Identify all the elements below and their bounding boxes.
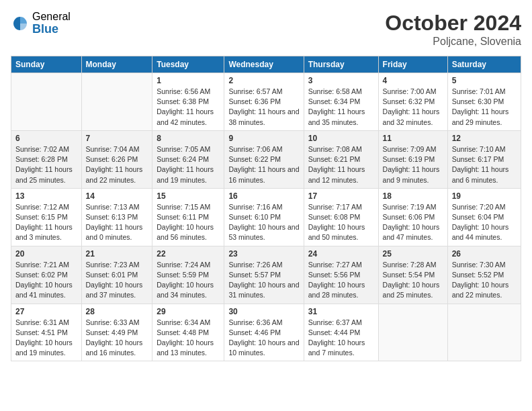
- col-header-monday: Monday: [81, 56, 152, 73]
- day-number: 12: [452, 134, 517, 143]
- day-number: 23: [228, 249, 299, 259]
- day-info: Sunrise: 7:27 AMSunset: 5:56 PMDaylight:…: [308, 260, 374, 301]
- day-info: Sunrise: 6:36 AMSunset: 4:46 PMDaylight:…: [228, 318, 299, 359]
- day-cell: 29Sunrise: 6:34 AMSunset: 4:48 PMDayligh…: [152, 304, 224, 361]
- day-info: Sunrise: 7:20 AMSunset: 6:04 PMDaylight:…: [452, 202, 517, 243]
- day-cell: 27Sunrise: 6:31 AMSunset: 4:51 PMDayligh…: [11, 304, 82, 361]
- logo: General Blue: [11, 11, 71, 36]
- day-number: 25: [383, 249, 443, 259]
- col-header-tuesday: Tuesday: [152, 56, 224, 73]
- day-info: Sunrise: 7:26 AMSunset: 5:57 PMDaylight:…: [228, 260, 299, 301]
- day-cell: 28Sunrise: 6:33 AMSunset: 4:49 PMDayligh…: [81, 304, 152, 361]
- day-number: 10: [308, 134, 374, 143]
- day-info: Sunrise: 7:02 AMSunset: 6:28 PMDaylight:…: [15, 144, 77, 185]
- day-number: 5: [452, 76, 517, 85]
- day-number: 28: [86, 307, 148, 316]
- day-number: 26: [452, 249, 517, 259]
- day-number: 1: [157, 76, 220, 85]
- day-info: Sunrise: 7:17 AMSunset: 6:08 PMDaylight:…: [308, 202, 374, 243]
- day-number: 16: [228, 191, 299, 201]
- day-cell: [81, 73, 152, 131]
- day-info: Sunrise: 6:31 AMSunset: 4:51 PMDaylight:…: [15, 318, 77, 359]
- day-number: 31: [308, 307, 374, 316]
- day-info: Sunrise: 7:15 AMSunset: 6:11 PMDaylight:…: [157, 202, 220, 243]
- day-number: 7: [86, 134, 148, 143]
- day-info: Sunrise: 7:00 AMSunset: 6:32 PMDaylight:…: [383, 87, 443, 128]
- header-row: SundayMondayTuesdayWednesdayThursdayFrid…: [11, 56, 521, 73]
- calendar-table: SundayMondayTuesdayWednesdayThursdayFrid…: [11, 56, 521, 361]
- day-cell: 13Sunrise: 7:12 AMSunset: 6:15 PMDayligh…: [11, 188, 82, 246]
- day-number: 17: [308, 191, 374, 201]
- day-info: Sunrise: 7:08 AMSunset: 6:21 PMDaylight:…: [308, 144, 374, 185]
- title-block: October 2024 Poljcane, Slovenia: [385, 11, 521, 48]
- day-info: Sunrise: 7:30 AMSunset: 5:52 PMDaylight:…: [452, 260, 517, 301]
- day-cell: 11Sunrise: 7:09 AMSunset: 6:19 PMDayligh…: [378, 130, 447, 188]
- day-cell: [447, 304, 521, 361]
- day-cell: 9Sunrise: 7:06 AMSunset: 6:22 PMDaylight…: [224, 130, 304, 188]
- day-cell: [378, 304, 447, 361]
- day-info: Sunrise: 7:21 AMSunset: 6:02 PMDaylight:…: [15, 260, 77, 301]
- col-header-wednesday: Wednesday: [224, 56, 304, 73]
- day-cell: 16Sunrise: 7:16 AMSunset: 6:10 PMDayligh…: [224, 188, 304, 246]
- day-info: Sunrise: 7:12 AMSunset: 6:15 PMDaylight:…: [15, 202, 77, 243]
- week-row-2: 6Sunrise: 7:02 AMSunset: 6:28 PMDaylight…: [11, 130, 521, 188]
- day-info: Sunrise: 6:33 AMSunset: 4:49 PMDaylight:…: [86, 318, 148, 359]
- day-cell: 10Sunrise: 7:08 AMSunset: 6:21 PMDayligh…: [304, 130, 378, 188]
- day-number: 24: [308, 249, 374, 259]
- day-cell: 3Sunrise: 6:58 AMSunset: 6:34 PMDaylight…: [304, 73, 378, 131]
- week-row-3: 13Sunrise: 7:12 AMSunset: 6:15 PMDayligh…: [11, 188, 521, 246]
- day-info: Sunrise: 7:16 AMSunset: 6:10 PMDaylight:…: [228, 202, 299, 243]
- col-header-saturday: Saturday: [447, 56, 521, 73]
- day-info: Sunrise: 7:01 AMSunset: 6:30 PMDaylight:…: [452, 87, 517, 128]
- day-cell: 23Sunrise: 7:26 AMSunset: 5:57 PMDayligh…: [224, 246, 304, 304]
- week-row-5: 27Sunrise: 6:31 AMSunset: 4:51 PMDayligh…: [11, 304, 521, 361]
- day-number: 21: [86, 249, 148, 259]
- day-cell: 2Sunrise: 6:57 AMSunset: 6:36 PMDaylight…: [224, 73, 304, 131]
- day-info: Sunrise: 6:57 AMSunset: 6:36 PMDaylight:…: [228, 87, 299, 128]
- col-header-thursday: Thursday: [304, 56, 378, 73]
- day-cell: 21Sunrise: 7:23 AMSunset: 6:01 PMDayligh…: [81, 246, 152, 304]
- day-number: 30: [228, 307, 299, 316]
- day-cell: 20Sunrise: 7:21 AMSunset: 6:02 PMDayligh…: [11, 246, 82, 304]
- day-cell: 4Sunrise: 7:00 AMSunset: 6:32 PMDaylight…: [378, 73, 447, 131]
- day-info: Sunrise: 7:13 AMSunset: 6:13 PMDaylight:…: [86, 202, 148, 243]
- day-number: 20: [15, 249, 77, 259]
- week-row-4: 20Sunrise: 7:21 AMSunset: 6:02 PMDayligh…: [11, 246, 521, 304]
- day-cell: 25Sunrise: 7:28 AMSunset: 5:54 PMDayligh…: [378, 246, 447, 304]
- day-cell: 14Sunrise: 7:13 AMSunset: 6:13 PMDayligh…: [81, 188, 152, 246]
- day-info: Sunrise: 7:19 AMSunset: 6:06 PMDaylight:…: [383, 202, 443, 243]
- day-cell: 22Sunrise: 7:24 AMSunset: 5:59 PMDayligh…: [152, 246, 224, 304]
- day-info: Sunrise: 7:06 AMSunset: 6:22 PMDaylight:…: [228, 144, 299, 185]
- day-cell: 7Sunrise: 7:04 AMSunset: 6:26 PMDaylight…: [81, 130, 152, 188]
- day-cell: 8Sunrise: 7:05 AMSunset: 6:24 PMDaylight…: [152, 130, 224, 188]
- logo-text: General Blue: [32, 11, 71, 36]
- day-number: 22: [157, 249, 220, 259]
- day-number: 29: [157, 307, 220, 316]
- day-cell: 31Sunrise: 6:37 AMSunset: 4:44 PMDayligh…: [304, 304, 378, 361]
- day-info: Sunrise: 6:34 AMSunset: 4:48 PMDaylight:…: [157, 318, 220, 359]
- day-number: 11: [383, 134, 443, 143]
- day-number: 9: [228, 134, 299, 143]
- logo-general: General: [32, 11, 71, 23]
- day-info: Sunrise: 7:04 AMSunset: 6:26 PMDaylight:…: [86, 144, 148, 185]
- day-info: Sunrise: 7:23 AMSunset: 6:01 PMDaylight:…: [86, 260, 148, 301]
- day-cell: [11, 73, 82, 131]
- day-info: Sunrise: 7:24 AMSunset: 5:59 PMDaylight:…: [157, 260, 220, 301]
- day-number: 6: [15, 134, 77, 143]
- day-cell: 1Sunrise: 6:56 AMSunset: 6:38 PMDaylight…: [152, 73, 224, 131]
- day-cell: 18Sunrise: 7:19 AMSunset: 6:06 PMDayligh…: [378, 188, 447, 246]
- day-info: Sunrise: 6:37 AMSunset: 4:44 PMDaylight:…: [308, 318, 374, 359]
- day-number: 18: [383, 191, 443, 201]
- month-year: October 2024: [385, 11, 521, 36]
- day-cell: 15Sunrise: 7:15 AMSunset: 6:11 PMDayligh…: [152, 188, 224, 246]
- day-info: Sunrise: 7:09 AMSunset: 6:19 PMDaylight:…: [383, 144, 443, 185]
- location: Poljcane, Slovenia: [385, 36, 521, 48]
- day-cell: 12Sunrise: 7:10 AMSunset: 6:17 PMDayligh…: [447, 130, 521, 188]
- day-cell: 19Sunrise: 7:20 AMSunset: 6:04 PMDayligh…: [447, 188, 521, 246]
- day-number: 13: [15, 191, 77, 201]
- day-number: 3: [308, 76, 374, 85]
- day-info: Sunrise: 6:56 AMSunset: 6:38 PMDaylight:…: [157, 87, 220, 128]
- day-cell: 26Sunrise: 7:30 AMSunset: 5:52 PMDayligh…: [447, 246, 521, 304]
- day-info: Sunrise: 7:28 AMSunset: 5:54 PMDaylight:…: [383, 260, 443, 301]
- day-number: 27: [15, 307, 77, 316]
